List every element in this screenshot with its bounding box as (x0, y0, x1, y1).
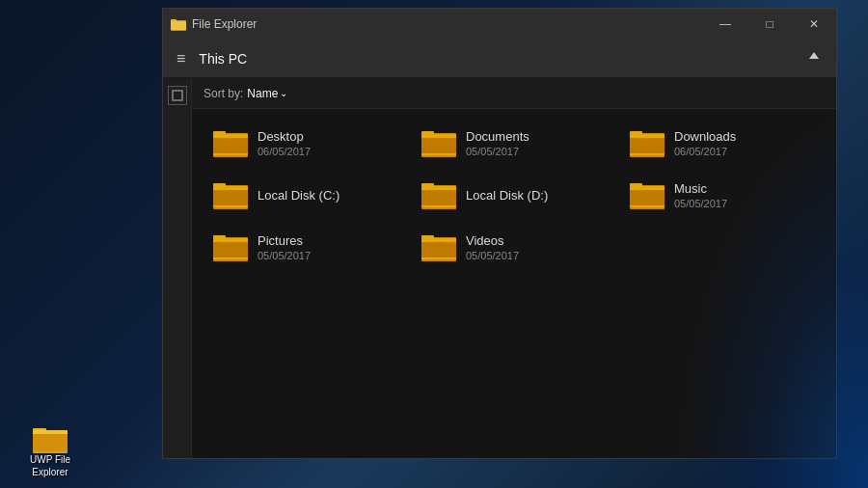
file-date-documents: 05/05/2017 (466, 146, 529, 157)
file-info-pictures: Pictures 05/05/2017 (258, 233, 311, 261)
folder-icon (421, 232, 456, 261)
svg-rect-36 (213, 242, 248, 258)
svg-rect-6 (171, 21, 186, 30)
file-item-local-disk-d[interactable]: Local Disk (D:) (412, 173, 616, 217)
file-info-videos: Videos 05/05/2017 (466, 233, 519, 261)
minimize-button[interactable]: — (703, 9, 747, 40)
folder-icon (213, 232, 248, 261)
file-name-pictures: Pictures (258, 233, 311, 248)
file-name-documents: Documents (466, 129, 529, 144)
main-content: Sort by: Name ⌄ Desktop (163, 78, 836, 458)
file-name-music: Music (674, 181, 727, 196)
folder-icon (630, 180, 665, 209)
folder-icon (421, 180, 456, 209)
svg-rect-20 (630, 138, 665, 153)
file-item-music[interactable]: Music 05/05/2017 (620, 173, 825, 217)
svg-rect-32 (630, 190, 665, 205)
file-item-pictures[interactable]: Pictures 05/05/2017 (203, 225, 408, 269)
file-info-local-disk-d: Local Disk (D:) (466, 188, 548, 203)
sort-prefix: Sort by: (203, 87, 243, 100)
file-name-videos: Videos (466, 233, 519, 248)
folder-icon (213, 180, 248, 209)
file-item-desktop[interactable]: Desktop 06/05/2017 (203, 121, 408, 165)
file-date-desktop: 06/05/2017 (258, 146, 311, 157)
file-area-wrapper: Sort by: Name ⌄ Desktop (192, 78, 836, 458)
file-area: Desktop 06/05/2017 Documents (192, 109, 836, 458)
title-bar: File Explorer — □ ✕ (163, 9, 836, 40)
file-info-documents: Documents 05/05/2017 (466, 129, 529, 157)
file-info-local-disk-c: Local Disk (C:) (258, 188, 339, 203)
title-bar-icon (171, 17, 186, 31)
svg-rect-16 (421, 138, 456, 153)
file-item-local-disk-c[interactable]: Local Disk (C:) (203, 173, 408, 217)
desktop-icon-label: UWP FileExplorer (30, 453, 70, 478)
sort-name[interactable]: Name (247, 87, 278, 100)
desktop-icon-uwp-file-explorer[interactable]: UWP FileExplorer (19, 424, 81, 478)
title-bar-left: File Explorer (171, 17, 257, 31)
sort-bar: Sort by: Name ⌄ (192, 78, 836, 109)
file-item-documents[interactable]: Documents 05/05/2017 (412, 121, 616, 165)
title-bar-controls: — □ ✕ (703, 9, 836, 40)
file-info-desktop: Desktop 06/05/2017 (258, 129, 311, 157)
file-explorer-window: File Explorer — □ ✕ ≡ This PC (162, 8, 837, 459)
desktop: UWP FileExplorer File Explorer — □ ✕ (0, 0, 868, 488)
up-arrow-icon (807, 50, 821, 64)
location-label: This PC (199, 51, 247, 67)
maximize-button[interactable]: □ (747, 9, 792, 40)
sidebar-expand-button[interactable] (168, 86, 187, 105)
file-name-local-disk-c: Local Disk (C:) (258, 188, 339, 203)
hamburger-button[interactable]: ≡ (171, 46, 191, 71)
file-date-music: 05/05/2017 (674, 198, 727, 209)
svg-rect-12 (213, 138, 248, 153)
svg-rect-3 (33, 434, 68, 451)
svg-rect-28 (421, 190, 456, 205)
file-date-videos: 05/05/2017 (466, 250, 519, 261)
file-info-music: Music 05/05/2017 (674, 181, 727, 209)
file-item-videos[interactable]: Videos 05/05/2017 (412, 225, 616, 269)
toolbar: ≡ This PC (163, 40, 836, 78)
folder-icon (213, 128, 248, 157)
folder-icon (421, 128, 456, 157)
svg-rect-8 (173, 91, 182, 100)
svg-rect-40 (421, 242, 456, 258)
up-button[interactable] (800, 46, 828, 71)
file-date-pictures: 05/05/2017 (258, 250, 311, 261)
title-bar-text: File Explorer (192, 17, 257, 31)
svg-marker-7 (809, 52, 819, 59)
file-item-downloads[interactable]: Downloads 06/05/2017 (620, 121, 825, 165)
file-date-downloads: 06/05/2017 (674, 146, 736, 157)
svg-rect-24 (213, 190, 248, 205)
sidebar (163, 78, 192, 458)
sort-chevron-icon[interactable]: ⌄ (280, 88, 287, 98)
file-info-downloads: Downloads 06/05/2017 (674, 129, 736, 157)
file-name-desktop: Desktop (258, 129, 311, 144)
folder-icon (630, 128, 665, 157)
file-name-local-disk-d: Local Disk (D:) (466, 188, 548, 203)
expand-icon (172, 90, 183, 101)
folder-icon-desktop (33, 424, 68, 453)
file-name-downloads: Downloads (674, 129, 736, 144)
close-button[interactable]: ✕ (792, 9, 836, 40)
